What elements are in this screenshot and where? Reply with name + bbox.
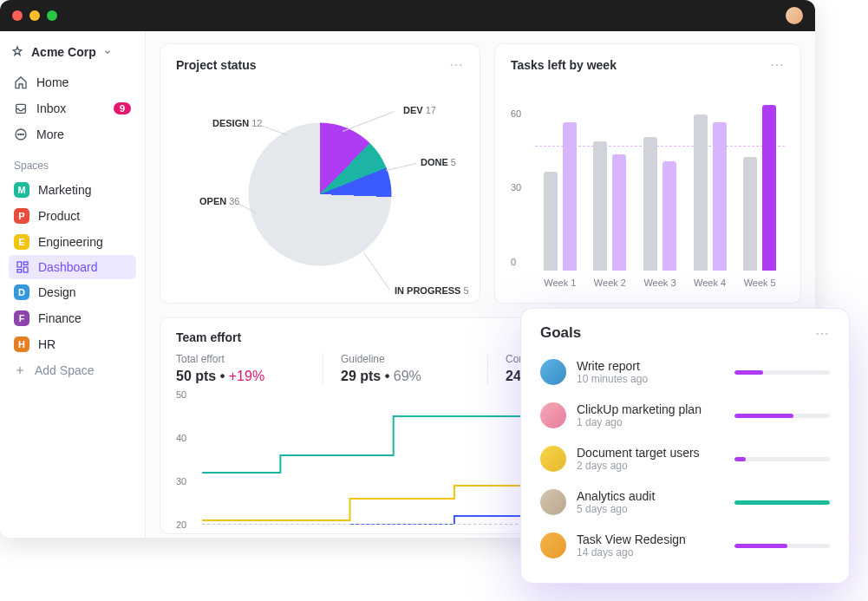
- bar-chart: 03060: [511, 80, 785, 271]
- maximize-window-icon[interactable]: [47, 10, 57, 21]
- goal-item[interactable]: Task View Redesign14 days ago: [540, 524, 830, 567]
- home-icon: [14, 75, 28, 89]
- nav-label: More: [36, 127, 64, 141]
- nav-label: Inbox: [36, 101, 66, 115]
- goal-time: 1 day ago: [577, 416, 724, 428]
- bar-group: [544, 122, 577, 271]
- bar: [563, 122, 577, 271]
- avatar: [540, 532, 566, 559]
- goal-time: 14 days ago: [577, 546, 724, 559]
- goal-item[interactable]: Write report10 minutes ago: [540, 350, 830, 394]
- nav-inbox[interactable]: Inbox 9: [9, 95, 136, 121]
- y-axis-tick: 40: [176, 433, 186, 443]
- sidebar-item-dashboard[interactable]: Dashboard: [9, 255, 136, 279]
- goal-item[interactable]: Analytics audit5 days ago: [540, 480, 830, 524]
- stat-block: Total effort50 pts • +19%: [176, 353, 323, 384]
- y-axis-tick: 20: [176, 519, 186, 530]
- nav-more[interactable]: More: [9, 121, 136, 147]
- bar-group: [643, 137, 676, 271]
- bar: [544, 172, 558, 271]
- progress-bar: [734, 500, 830, 505]
- avatar: [540, 489, 566, 515]
- avatar: [540, 446, 566, 472]
- space-label: Engineering: [38, 235, 103, 249]
- svg-rect-7: [17, 270, 22, 272]
- y-axis-tick: 0: [511, 257, 516, 267]
- bar: [662, 161, 676, 271]
- window-controls: [12, 10, 57, 21]
- goal-time: 2 days ago: [577, 460, 724, 472]
- sidebar-space-item[interactable]: MMarketing: [9, 177, 136, 203]
- stat-value: 50 pts • +19%: [176, 369, 305, 384]
- sidebar-space-item[interactable]: PProduct: [9, 203, 136, 229]
- card-menu-icon[interactable]: ⋯: [770, 56, 785, 73]
- x-axis-label: Week 2: [594, 278, 626, 288]
- card-tasks-left: Tasks left by week ⋯ 03060 Week 1Week 2W…: [494, 43, 801, 304]
- card-menu-icon[interactable]: ⋯: [449, 56, 464, 73]
- minimize-window-icon[interactable]: [29, 10, 40, 21]
- sidebar-space-item[interactable]: FFinance: [9, 305, 136, 331]
- bar-group: [593, 141, 626, 271]
- dashboard-icon: [16, 260, 29, 274]
- progress-bar: [734, 457, 830, 461]
- bar: [762, 105, 776, 271]
- pie-slice-label: IN PROGRESS 5: [395, 285, 469, 296]
- sidebar-space-item[interactable]: HHR: [9, 331, 136, 357]
- workspace-switcher[interactable]: Acme Corp: [9, 42, 136, 69]
- y-axis-tick: 30: [176, 476, 186, 487]
- bar: [593, 141, 607, 271]
- y-axis-tick: 60: [511, 108, 521, 119]
- goal-item[interactable]: ClickUp marketing plan1 day ago: [540, 394, 830, 437]
- workspace-name: Acme Corp: [31, 45, 96, 59]
- svg-rect-5: [23, 262, 28, 265]
- space-icon: E: [14, 234, 29, 250]
- bar: [694, 114, 708, 271]
- stat-block: Guideline29 pts • 69%: [341, 353, 488, 384]
- goal-item[interactable]: Document target users2 days ago: [540, 437, 830, 480]
- goal-time: 10 minutes ago: [577, 373, 724, 385]
- bar-group: [743, 105, 776, 271]
- space-label: Marketing: [38, 183, 91, 197]
- bar-group: [694, 114, 727, 271]
- stat-label: Guideline: [341, 353, 470, 365]
- svg-point-3: [23, 134, 23, 134]
- x-axis-label: Week 5: [744, 278, 776, 288]
- space-icon: P: [14, 208, 29, 224]
- pie-slice-label: DESIGN 12: [212, 118, 262, 128]
- svg-point-1: [18, 134, 19, 134]
- x-axis-label: Week 4: [694, 278, 726, 288]
- svg-rect-4: [17, 262, 22, 267]
- sidebar: Acme Corp Home Inbox 9 More Spaces MMark…: [0, 31, 146, 538]
- space-label: Product: [38, 209, 80, 223]
- goal-name: Write report: [577, 359, 724, 373]
- goal-name: Analytics audit: [577, 489, 724, 503]
- space-icon: H: [14, 336, 29, 352]
- stat-value: 29 pts • 69%: [341, 369, 470, 384]
- nav-home[interactable]: Home: [9, 69, 136, 95]
- goals-card: Goals ⋯ Write report10 minutes ago Click…: [520, 308, 850, 584]
- goal-time: 5 days ago: [577, 503, 724, 515]
- close-window-icon[interactable]: [12, 10, 23, 21]
- add-space-label: Add Space: [35, 363, 95, 377]
- svg-point-2: [20, 134, 21, 134]
- spaces-label: Spaces: [9, 147, 136, 177]
- more-icon: [14, 127, 28, 141]
- avatar: [540, 359, 566, 385]
- add-space-button[interactable]: Add Space: [9, 357, 136, 383]
- progress-bar: [734, 414, 830, 418]
- progress-bar: [734, 370, 830, 375]
- space-icon: D: [14, 284, 29, 300]
- user-avatar[interactable]: [786, 7, 803, 24]
- sidebar-space-item[interactable]: DDesign: [9, 279, 136, 305]
- goals-title: Goals: [540, 324, 581, 342]
- sidebar-space-item[interactable]: EEngineering: [9, 229, 136, 255]
- goal-name: ClickUp marketing plan: [577, 402, 724, 416]
- x-axis-label: Week 3: [643, 278, 675, 288]
- card-project-status: Project status ⋯ DESIGN 12DEV 17DONE 5IN…: [160, 43, 480, 304]
- space-label: Finance: [38, 311, 82, 325]
- plus-icon: [14, 364, 26, 376]
- chevron-down-icon: [103, 48, 112, 56]
- card-menu-icon[interactable]: ⋯: [815, 325, 830, 342]
- pie-chart: [249, 122, 392, 265]
- x-axis-label: Week 1: [544, 278, 576, 288]
